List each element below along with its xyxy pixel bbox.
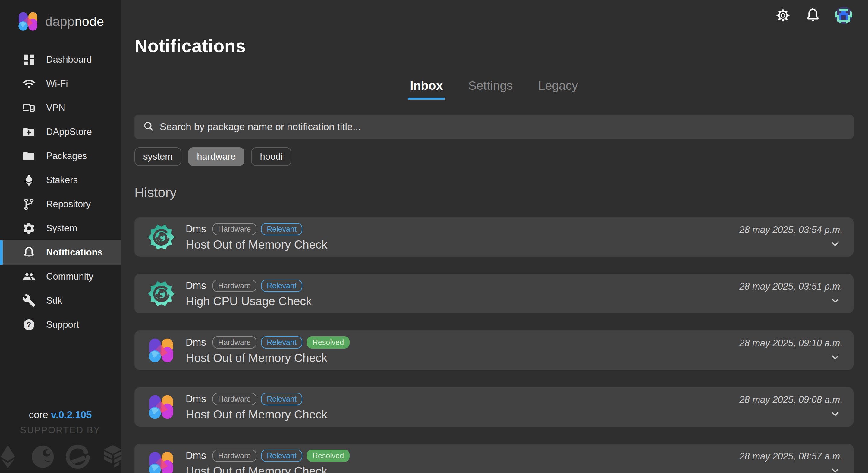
system-icon: [22, 221, 36, 235]
notification-card[interactable]: Dms HardwareRelevantResolved Host Out of…: [134, 444, 854, 473]
chevron-down-icon[interactable]: [830, 408, 841, 420]
sidebar-item-label: Community: [46, 271, 93, 282]
search-icon: [143, 121, 154, 133]
dashboard-icon: [22, 53, 36, 67]
notification-title: Host Out of Memory Check: [186, 351, 739, 365]
filter-chip-hardware[interactable]: hardware: [188, 147, 244, 166]
main-content: Notifications InboxSettingsLegacy system…: [121, 0, 868, 473]
stakers-icon: [22, 173, 36, 187]
sidebar-item-label: System: [46, 223, 77, 234]
tab-inbox[interactable]: Inbox: [408, 78, 444, 100]
notification-body: Dms HardwareRelevantResolved Host Out of…: [186, 449, 739, 473]
bird-logo-icon: [30, 443, 56, 471]
dappnode-logo-icon: [18, 11, 38, 32]
filter-chip-system[interactable]: system: [134, 147, 181, 166]
ethereum-logo-icon: [0, 443, 21, 471]
user-avatar[interactable]: [835, 7, 852, 24]
chevron-down-icon[interactable]: [830, 295, 841, 306]
notification-card[interactable]: Dms HardwareRelevant Host Out of Memory …: [134, 387, 854, 427]
sidebar-item-packages[interactable]: Packages: [0, 144, 121, 168]
sidebar-item-support[interactable]: ? Support: [0, 313, 121, 337]
history-heading: History: [134, 185, 854, 200]
badge-relevant: Relevant: [261, 336, 302, 349]
dappstore-icon: [22, 125, 36, 139]
sidebar-footer: core v.0.2.105 SUPPORTED BY: [0, 409, 121, 473]
badge-relevant: Relevant: [261, 223, 302, 235]
sidebar-item-repository[interactable]: Repository: [0, 192, 121, 216]
sidebar-item-stakers[interactable]: Stakers: [0, 168, 121, 192]
history-list: Dms HardwareRelevant Host Out of Memory …: [134, 217, 854, 473]
search-input[interactable]: [160, 121, 845, 132]
notification-title: Host Out of Memory Check: [186, 465, 739, 473]
page-title: Notifications: [134, 36, 854, 56]
badge-relevant: Relevant: [261, 280, 302, 292]
chevron-down-icon[interactable]: [830, 465, 841, 473]
notification-timestamp: 28 may 2025, 09:08 a.m.: [739, 395, 843, 405]
sidebar-item-dashboard[interactable]: Dashboard: [0, 48, 121, 72]
sidebar-item-system[interactable]: System: [0, 216, 121, 241]
sidebar-item-notifications[interactable]: Notifications: [0, 241, 121, 264]
sidebar-item-label: Notifications: [46, 247, 103, 258]
grafana-icon: [148, 280, 175, 307]
tabs: InboxSettingsLegacy: [134, 78, 854, 100]
notification-card[interactable]: Dms HardwareRelevantResolved Host Out of…: [134, 330, 854, 370]
search-bar: [134, 115, 854, 139]
arc-logo-icon: [64, 443, 91, 471]
badge-relevant: Relevant: [261, 449, 302, 462]
notification-timestamp: 28 may 2025, 09:10 a.m.: [739, 338, 843, 349]
sidebar-item-label: Stakers: [46, 175, 78, 186]
tab-settings[interactable]: Settings: [466, 78, 515, 100]
badge-hardware: Hardware: [213, 280, 256, 292]
bell-icon[interactable]: [805, 7, 821, 24]
notification-source: Dms: [186, 450, 206, 461]
theme-sun-icon[interactable]: [775, 7, 791, 23]
badge-hardware: Hardware: [213, 393, 256, 405]
filter-chip-hoodi[interactable]: hoodi: [251, 147, 291, 166]
notification-body: Dms HardwareRelevant High CPU Usage Chec…: [186, 280, 739, 308]
chevron-down-icon[interactable]: [830, 352, 841, 363]
core-version-link[interactable]: v.0.2.105: [51, 409, 92, 420]
dappnode-brand[interactable]: dappnode: [0, 0, 121, 32]
badge-hardware: Hardware: [213, 223, 256, 235]
notification-card[interactable]: Dms HardwareRelevant High CPU Usage Chec…: [134, 274, 854, 313]
sidebar-item-label: Packages: [46, 151, 87, 161]
notification-timestamp: 28 may 2025, 08:57 a.m.: [739, 451, 843, 462]
sidebar-item-community[interactable]: Community: [0, 264, 121, 289]
sdk-icon: [22, 294, 36, 308]
repository-icon: [22, 197, 36, 211]
notification-body: Dms HardwareRelevantResolved Host Out of…: [186, 336, 739, 365]
topbar-icons: [775, 7, 852, 24]
dappnode-logo-text: dappnode: [45, 14, 104, 29]
sidebar-item-label: VPN: [46, 102, 65, 113]
tab-legacy[interactable]: Legacy: [536, 78, 580, 100]
sidebar-nav: Dashboard Wi-Fi VPN DAppStore Packages S…: [0, 48, 121, 337]
notification-source: Dms: [186, 393, 206, 405]
notification-title: Host Out of Memory Check: [186, 238, 739, 251]
notification-timestamp: 28 may 2025, 03:51 p.m.: [739, 281, 843, 292]
dappnode-icon: [148, 393, 175, 420]
support-icon: ?: [22, 318, 36, 332]
sidebar-spacer: [0, 337, 121, 409]
supported-by-label: SUPPORTED BY: [0, 425, 121, 436]
sidebar-item-label: Support: [46, 319, 79, 330]
sidebar-item-wi-fi[interactable]: Wi-Fi: [0, 72, 121, 96]
badge-hardware: Hardware: [213, 449, 256, 462]
sidebar: dappnode Dashboard Wi-Fi VPN DAppStore P…: [0, 0, 121, 473]
dappnode-icon: [148, 337, 175, 364]
chevron-down-icon[interactable]: [830, 238, 841, 250]
sidebar-item-vpn[interactable]: VPN: [0, 96, 121, 120]
sidebar-item-label: Repository: [46, 199, 91, 210]
sidebar-item-sdk[interactable]: Sdk: [0, 289, 121, 313]
sidebar-item-dappstore[interactable]: DAppStore: [0, 120, 121, 144]
notification-card[interactable]: Dms HardwareRelevant Host Out of Memory …: [134, 217, 854, 257]
community-icon: [22, 270, 36, 284]
notifications-icon: [22, 246, 36, 259]
vpn-icon: [22, 101, 36, 115]
notification-title: Host Out of Memory Check: [186, 408, 739, 421]
notification-source: Dms: [186, 223, 206, 235]
badge-resolved: Resolved: [307, 336, 350, 349]
badge-resolved: Resolved: [307, 449, 350, 462]
notification-body: Dms HardwareRelevant Host Out of Memory …: [186, 223, 739, 251]
filter-chips: systemhardwarehoodi: [134, 147, 854, 166]
notification-title: High CPU Usage Check: [186, 295, 739, 308]
